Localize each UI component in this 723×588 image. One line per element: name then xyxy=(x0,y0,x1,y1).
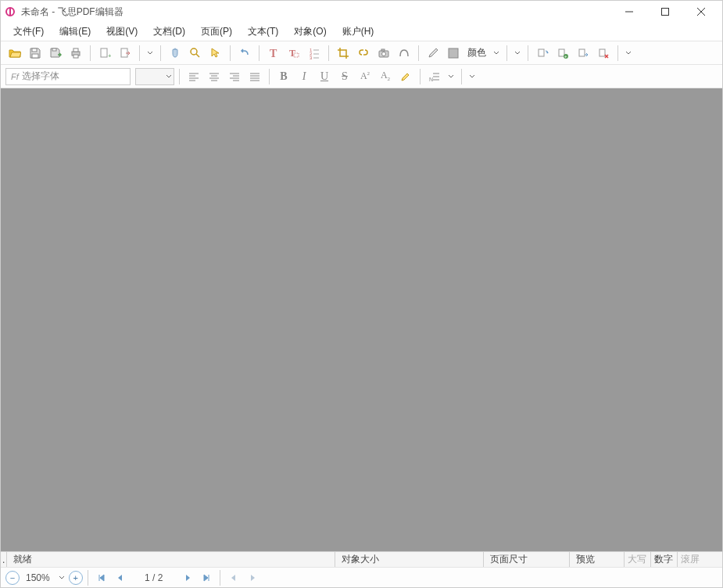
menu-document[interactable]: 文档(D) xyxy=(145,23,193,41)
svg-text:+: + xyxy=(108,52,111,59)
align-justify-button[interactable] xyxy=(245,67,264,86)
svg-rect-3 xyxy=(662,9,669,16)
page-input[interactable] xyxy=(131,572,177,583)
close-button[interactable] xyxy=(683,1,719,23)
save-button[interactable] xyxy=(26,44,45,63)
menu-account[interactable]: 账户(H) xyxy=(335,23,382,41)
first-page-button[interactable] xyxy=(93,569,110,586)
app-icon xyxy=(4,5,16,18)
svg-rect-7 xyxy=(32,54,38,58)
format-overflow[interactable] xyxy=(467,67,478,86)
eyedropper-button[interactable] xyxy=(424,44,442,63)
superscript-button[interactable]: A2 xyxy=(356,67,374,86)
svg-rect-11 xyxy=(73,55,78,58)
page-add-button[interactable]: + xyxy=(95,44,114,63)
link-button[interactable] xyxy=(354,44,373,63)
zoom-out-button[interactable]: − xyxy=(5,571,20,585)
svg-point-27 xyxy=(382,52,386,56)
menu-object[interactable]: 对象(O) xyxy=(286,23,334,41)
crop-button[interactable] xyxy=(334,44,353,63)
window-title: 未命名 - 飞思PDF编辑器 xyxy=(21,5,611,19)
highlight-button[interactable] xyxy=(396,67,415,86)
save-as-button[interactable] xyxy=(46,44,65,63)
print-button[interactable] xyxy=(66,44,85,63)
color-dropdown[interactable] xyxy=(491,44,502,63)
nav-back-button[interactable] xyxy=(225,569,242,586)
menu-page[interactable]: 页面(P) xyxy=(193,23,240,41)
bold-button[interactable]: B xyxy=(274,67,293,86)
strikethrough-button[interactable]: S xyxy=(335,67,354,86)
page-export-button[interactable] xyxy=(116,44,134,63)
status-handle: . xyxy=(1,552,7,567)
status-object-size: 对象大小 xyxy=(335,552,484,567)
prev-page-button[interactable] xyxy=(112,569,129,586)
format-toolbar: Ff 选择字体 B I U S A2 A2 N xyxy=(1,65,722,88)
underline-button[interactable]: U xyxy=(315,67,334,86)
italic-button[interactable]: I xyxy=(295,67,313,86)
status-scroll: 滚屏 xyxy=(678,552,722,567)
zoom-dropdown[interactable] xyxy=(56,568,67,587)
line-spacing-button[interactable]: N xyxy=(425,67,444,86)
svg-rect-10 xyxy=(73,48,78,52)
line-spacing-dropdown[interactable] xyxy=(446,67,456,86)
hand-tool-button[interactable] xyxy=(166,44,184,63)
svg-rect-29 xyxy=(449,48,458,58)
zoom-in-button[interactable]: + xyxy=(69,571,83,585)
maximize-button[interactable] xyxy=(647,1,683,23)
toolbar-overflow-2[interactable] xyxy=(512,44,523,63)
svg-rect-30 xyxy=(539,49,544,56)
nav-forward-button[interactable] xyxy=(244,569,261,586)
font-selector[interactable]: Ff 选择字体 xyxy=(5,68,131,85)
next-page-button[interactable] xyxy=(179,569,196,586)
svg-rect-31 xyxy=(559,49,564,56)
zoom-level: 150% xyxy=(21,572,55,583)
menu-view[interactable]: 视图(V) xyxy=(98,23,145,41)
svg-rect-8 xyxy=(52,48,56,51)
subscript-button[interactable]: A2 xyxy=(376,67,395,86)
status-caps: 大写 xyxy=(625,552,651,567)
color-label: 颜色 xyxy=(464,46,489,59)
last-page-button[interactable] xyxy=(198,569,215,586)
align-center-button[interactable] xyxy=(205,67,224,86)
svg-rect-35 xyxy=(600,49,605,56)
font-placeholder: 选择字体 xyxy=(22,70,59,83)
svg-rect-12 xyxy=(101,48,107,57)
camera-button[interactable] xyxy=(374,44,393,63)
svg-text:T: T xyxy=(270,48,277,59)
text-tool-button[interactable]: T xyxy=(264,44,283,63)
undo-button[interactable] xyxy=(235,44,254,63)
toolbar-overflow-1[interactable] xyxy=(145,44,156,63)
minimize-button[interactable] xyxy=(611,1,647,23)
page-insert-button[interactable]: + xyxy=(553,44,572,63)
page-delete-button[interactable] xyxy=(594,44,613,63)
toolbar-overflow-3[interactable] xyxy=(623,44,634,63)
align-left-button[interactable] xyxy=(184,67,203,86)
zoom-tool-button[interactable] xyxy=(186,44,205,63)
text-box-button[interactable]: T xyxy=(285,44,303,63)
status-page-size: 页面尺寸 xyxy=(484,552,570,567)
align-right-button[interactable] xyxy=(225,67,244,86)
font-size-selector[interactable] xyxy=(135,68,174,85)
menu-edit[interactable]: 编辑(E) xyxy=(52,23,98,41)
open-button[interactable] xyxy=(5,44,24,63)
status-num: 数字 xyxy=(651,552,678,567)
svg-rect-6 xyxy=(32,48,37,52)
menu-file[interactable]: 文件(F) xyxy=(5,23,52,41)
status-ready: 就绪 xyxy=(7,552,335,567)
statusbar: . 就绪 对象大小 页面尺寸 预览 大写 数字 滚屏 xyxy=(1,551,722,567)
svg-line-16 xyxy=(196,54,199,57)
shape-button[interactable] xyxy=(395,44,413,63)
main-toolbar: + T T 123 颜色 + xyxy=(1,41,722,65)
bottombar: − 150% + xyxy=(1,567,722,587)
status-preview: 预览 xyxy=(570,552,625,567)
number-list-button[interactable]: 123 xyxy=(305,44,324,63)
select-tool-button[interactable] xyxy=(206,44,225,63)
menu-text[interactable]: 文本(T) xyxy=(240,23,286,41)
fill-color-button[interactable] xyxy=(444,44,463,63)
page-extract-button[interactable] xyxy=(574,44,592,63)
svg-rect-28 xyxy=(381,49,385,51)
document-canvas[interactable] xyxy=(1,88,722,551)
font-prefix-icon: Ff xyxy=(11,72,19,81)
page-rotate-button[interactable] xyxy=(533,44,552,63)
svg-text:+: + xyxy=(564,54,567,59)
